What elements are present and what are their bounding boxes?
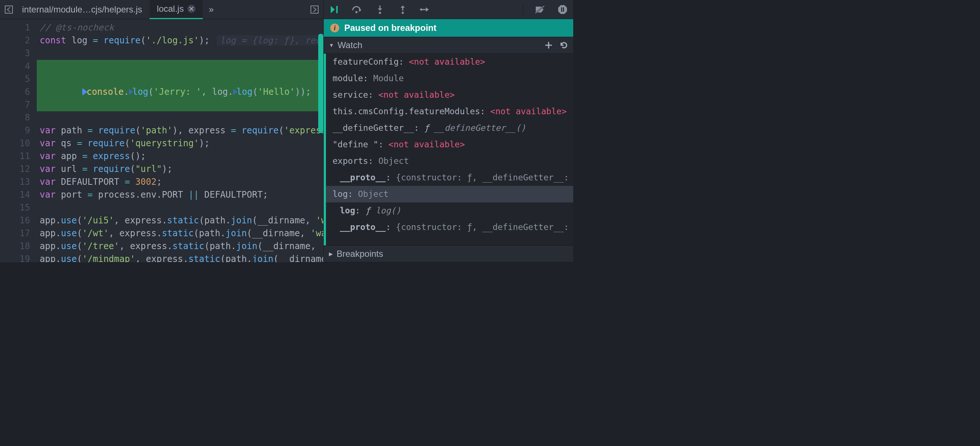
watch-row[interactable]: "define ": <not available>: [326, 136, 573, 153]
watch-row[interactable]: __proto__: {constructor: ƒ, __defineGett…: [326, 169, 573, 186]
watch-panel-header[interactable]: ▼ Watch: [324, 37, 573, 54]
watch-row[interactable]: log: ƒ log(): [326, 202, 573, 219]
refresh-watch-button[interactable]: [560, 41, 568, 49]
tab-local-js[interactable]: local.js: [150, 0, 203, 19]
code-content: // @ts-nocheck const log = require('./lo…: [37, 19, 323, 262]
editor-pane: internal/module…cjs/helpers.js local.js …: [0, 0, 323, 262]
step-over-button[interactable]: [351, 3, 363, 16]
watch-row[interactable]: __defineGetter__: ƒ __defineGetter__(): [326, 120, 573, 136]
paused-banner: i Paused on breakpoint: [324, 19, 573, 37]
step-button[interactable]: [419, 3, 432, 16]
tabs-overflow-button[interactable]: »: [203, 5, 220, 15]
add-watch-button[interactable]: [544, 41, 553, 49]
code-editor[interactable]: 12345678910111213141516171819 // @ts-noc…: [0, 19, 323, 262]
svg-rect-1: [311, 6, 318, 13]
watch-value: <not available>: [388, 140, 465, 149]
watch-name: featureConfig: [332, 57, 399, 67]
tabs-prev-button[interactable]: [3, 4, 15, 16]
watch-row[interactable]: this.cmsConfig.featureModules: <not avai…: [326, 103, 573, 120]
svg-rect-0: [5, 6, 13, 13]
debug-toolbar: [324, 0, 573, 19]
info-icon: i: [330, 24, 339, 32]
watch-name: module: [332, 73, 363, 83]
chevron-right-icon: ▶: [329, 251, 333, 257]
tabs-bar: internal/module…cjs/helpers.js local.js …: [0, 0, 323, 19]
watch-value: <not available>: [490, 106, 566, 116]
watch-row[interactable]: module: Module: [326, 70, 573, 87]
tab-label: internal/module…cjs/helpers.js: [22, 5, 142, 15]
debug-sidebar: i Paused on breakpoint ▼ Watch featureCo…: [323, 0, 573, 262]
watch-value: Module: [373, 73, 404, 83]
watch-panel-title: Watch: [338, 40, 362, 50]
watch-name: "define ": [332, 140, 379, 149]
watch-name: log: [332, 189, 348, 199]
deactivate-breakpoints-button[interactable]: [533, 3, 546, 16]
watch-name: __proto__: [340, 222, 386, 232]
watch-value: ƒ __defineGetter__(): [424, 123, 526, 133]
watch-name: __proto__: [340, 173, 386, 182]
svg-rect-2: [336, 6, 338, 13]
pause-on-exceptions-button[interactable]: [556, 3, 569, 16]
line-gutter: 12345678910111213141516171819: [0, 19, 37, 262]
current-execution-line: console.log('Jerry: ', log.log('Hello'))…: [37, 60, 323, 111]
paused-banner-text: Paused on breakpoint: [344, 23, 436, 33]
watch-list[interactable]: featureConfig: <not available>module: Mo…: [324, 54, 573, 245]
chevron-down-icon: ▼: [329, 42, 334, 48]
watch-name: exports: [332, 156, 368, 166]
svg-rect-7: [561, 7, 562, 12]
watch-name: service: [332, 90, 368, 100]
watch-row[interactable]: exports: Object: [326, 153, 573, 169]
close-icon[interactable]: [188, 5, 196, 13]
step-out-button[interactable]: [396, 3, 409, 16]
watch-name: this.cmsConfig.featureModules: [332, 106, 480, 116]
watch-name: __defineGetter__: [332, 123, 414, 133]
watch-value: {constructor: ƒ, __defineGetter__: ƒ, __…: [396, 173, 573, 182]
watch-value: ƒ log(): [365, 206, 401, 215]
inline-value-hint: log = {log: ƒ}, require = ƒ require(p: [217, 35, 323, 46]
breakpoints-panel-header[interactable]: ▶ Breakpoints: [324, 245, 573, 262]
svg-point-6: [420, 8, 422, 11]
scrollbar-thumb[interactable]: [318, 34, 323, 133]
watch-name: log: [340, 206, 355, 215]
watch-row[interactable]: __proto__: {constructor: ƒ, __defineGett…: [326, 219, 573, 235]
watch-value: {constructor: ƒ, __defineGetter__: ƒ, __…: [396, 222, 573, 232]
watch-value: <not available>: [379, 90, 455, 100]
step-into-button[interactable]: [374, 3, 386, 16]
watch-row[interactable]: service: <not available>: [326, 87, 573, 103]
svg-point-3: [355, 11, 358, 13]
watch-value: <not available>: [409, 57, 485, 67]
watch-row[interactable]: featureConfig: <not available>: [326, 54, 573, 70]
watch-row[interactable]: log: Object: [326, 186, 573, 202]
svg-point-4: [379, 12, 381, 14]
tabs-next-button[interactable]: [309, 4, 320, 16]
watch-value: Object: [358, 189, 388, 199]
svg-rect-8: [563, 7, 564, 12]
svg-point-5: [402, 12, 404, 14]
watch-value: Object: [379, 156, 409, 166]
overflow-glyph: »: [209, 5, 213, 14]
resume-button[interactable]: [328, 3, 340, 16]
tab-label: local.js: [157, 4, 184, 14]
tab-helpers[interactable]: internal/module…cjs/helpers.js: [15, 0, 150, 19]
breakpoints-panel-title: Breakpoints: [337, 249, 383, 259]
